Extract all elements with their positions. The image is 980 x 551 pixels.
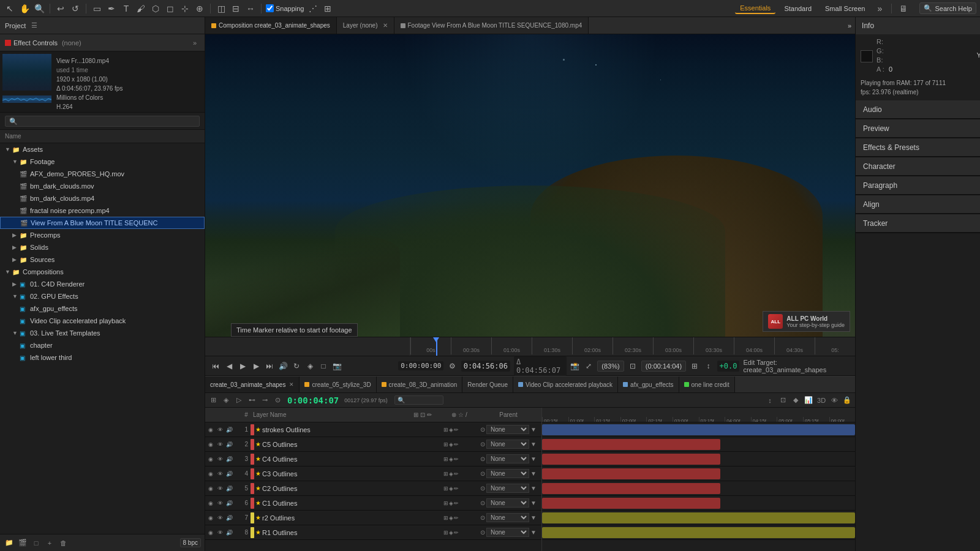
layer-8-vis[interactable]: 👁 [216,528,224,537]
layer-5-switch-2[interactable]: ◈ [449,485,453,492]
new-folder-btn[interactable]: 📁 [4,538,15,549]
tl-ctrl-5[interactable]: ⊸ [259,395,270,406]
frame-time-display[interactable]: (0:00:14:04) [641,361,686,372]
take-snapshot-btn[interactable]: 📷 [331,361,342,372]
layer-6-parent-select[interactable]: None [486,498,529,508]
tl-ctrl-4[interactable]: ⊷ [246,395,257,406]
select-tool-icon[interactable]: ↖ [4,2,16,15]
last-frame-btn[interactable]: ⏭ [264,361,275,372]
layer-3-audio[interactable]: 🔊 [225,455,233,463]
tab-footage[interactable]: Footage View From A Blue Moon TITLE SEQU… [394,17,589,34]
tree-item-left-lower-third[interactable]: ▣ left lower third [0,351,205,364]
audio-btn[interactable]: 🔊 [277,361,288,372]
tree-item-precomps[interactable]: ▶ 📁 Precomps [0,229,205,241]
project-search-input[interactable] [5,116,200,127]
layer-5-vis[interactable]: 👁 [216,484,224,493]
comp-tab-afx-gpu[interactable]: afx_gpu_effects [618,377,679,392]
layer-6-solo[interactable]: ◉ [206,499,215,508]
rotate-tool-icon[interactable]: ↩ [55,2,67,15]
tree-item-bm-clouds-mp4[interactable]: 🎬 bm_dark_clouds.mp4 [0,192,205,204]
tl-ctrl-2[interactable]: ◈ [221,395,232,406]
tl-markers-btn[interactable]: ◆ [790,395,801,406]
layer-5-switch-1[interactable]: ⊞ [443,485,448,492]
stamp-tool-icon[interactable]: ⬡ [149,2,162,15]
layer-1-audio[interactable]: 🔊 [225,425,233,434]
layer-4-solo[interactable]: ◉ [206,470,215,478]
tree-item-solids[interactable]: ▶ 📁 Solids [0,241,205,253]
search-help-field[interactable]: 🔍 Search Help [919,2,976,14]
layer-2-parent-select[interactable]: None [486,440,529,449]
fullscreen-btn[interactable]: ⤢ [584,361,594,372]
next-frame-btn[interactable]: ▶ [251,361,262,372]
layer-7-vis[interactable]: 👁 [216,514,224,522]
layer-7-switch-3[interactable]: ✏ [454,515,459,521]
comp-tab-video-clip[interactable]: Video Clip accelerated playback [513,377,618,392]
tl-parent-btn[interactable]: ↕ [764,395,775,406]
layer-6-vis[interactable]: 👁 [216,499,224,508]
layer-2-switch-3[interactable]: ✏ [454,441,459,448]
layer-7-audio[interactable]: 🔊 [225,514,233,522]
layer-8-audio[interactable]: 🔊 [225,528,233,537]
puppet-tool-icon[interactable]: ⊹ [179,2,191,15]
delete-btn[interactable]: 🗑 [58,538,69,549]
workspace-essentials[interactable]: Essentials [735,3,775,14]
tl-ctrl-6[interactable]: ⊙ [272,395,283,406]
layer-6-switch-1[interactable]: ⊞ [443,500,448,506]
layer-7-parent-select[interactable]: None [486,513,529,522]
layer-2-vis[interactable]: 👁 [216,440,224,449]
snapping-checkbox[interactable] [266,4,274,12]
snapshot-btn-2[interactable]: 📸 [570,361,580,372]
tree-item-live-text[interactable]: ▼ ▣ 03. Live Text Templates [0,327,205,339]
eraser-tool-icon[interactable]: ◻ [164,2,176,15]
text-tool-icon[interactable]: T [120,2,132,15]
audio-panel-header[interactable]: Audio [856,100,980,119]
layer-2-switch-1[interactable]: ⊞ [443,441,448,448]
tree-item-bm-clouds-mov[interactable]: 🎬 bm_dark_clouds.mov [0,180,205,192]
align-right-icon[interactable]: ↔ [244,2,257,15]
layer-2-solo[interactable]: ◉ [206,440,215,449]
snapping-control[interactable]: Snapping [266,4,304,12]
layer-4-vis[interactable]: 👁 [216,470,224,478]
resolution-btn[interactable]: □ [318,361,329,372]
prev-frame-btn[interactable]: ◀ [224,361,235,372]
align-left-icon[interactable]: ◫ [215,2,227,15]
layer-4-audio[interactable]: 🔊 [225,470,233,478]
layer-4-switch-3[interactable]: ✏ [454,471,459,477]
tree-item-fractal[interactable]: 🎬 fractal noise precomp.mp4 [0,204,205,217]
layer-7-switch-1[interactable]: ⊞ [443,515,448,521]
tree-item-view-from-blue-moon[interactable]: 🎬 View From A Blue Moon TITLE SEQUENC [0,217,205,229]
new-comp-btn[interactable]: 🎬 [17,538,28,549]
layer-7-solo[interactable]: ◉ [206,514,215,522]
comp-tab-3d-animation[interactable]: create_08_3D_animation [377,377,463,392]
layer-3-switch-3[interactable]: ✏ [454,456,459,462]
tl-timecode[interactable]: 0:00:04:07 [285,394,341,407]
layer-8-solo[interactable]: ◉ [206,528,215,537]
comp-tab-render-queue[interactable]: Render Queue [462,377,513,392]
layer-1-parent-select[interactable]: None [486,425,529,434]
layer-1-switch-2[interactable]: ◈ [449,427,453,433]
tl-search-input[interactable] [394,395,443,405]
tree-item-gpu-effects[interactable]: ▼ ▣ 02. GPU Effects [0,290,205,302]
align-center-icon[interactable]: ⊟ [230,2,242,15]
offset-display[interactable]: +0.0 [717,361,740,372]
layer-2-audio[interactable]: 🔊 [225,440,233,449]
tree-item-chapter[interactable]: ▣ chapter [0,339,205,351]
rect-tool-icon[interactable]: ▭ [91,2,103,15]
tl-lock-btn[interactable]: 🔒 [842,395,853,406]
first-frame-btn[interactable]: ⏮ [210,361,221,372]
layer-6-switch-2[interactable]: ◈ [449,500,453,506]
align-panel-header[interactable]: Align [856,195,980,214]
tree-item-assets[interactable]: ▼ 📁 Assets [0,143,205,156]
tl-ctrl-1[interactable]: ⊞ [208,395,219,406]
tab-expand-btn[interactable]: » [848,17,855,34]
zoom-tool-icon[interactable]: 🔍 [33,2,45,15]
tree-item-video-clip-accel[interactable]: ▣ Video Clip accelerated playback [0,315,205,327]
info-section-header[interactable]: Info » [856,17,980,34]
workspace-standard[interactable]: Standard [779,4,816,13]
layer-3-vis[interactable]: 👁 [216,455,224,463]
timecode-left-display[interactable]: 0:00:00:00 [398,361,443,370]
hand-tool-icon[interactable]: ✋ [18,2,31,15]
zoom-level-display[interactable]: (83%) [597,361,624,372]
layer-3-switch-1[interactable]: ⊞ [443,456,448,462]
layer-8-switch-1[interactable]: ⊞ [443,530,448,536]
